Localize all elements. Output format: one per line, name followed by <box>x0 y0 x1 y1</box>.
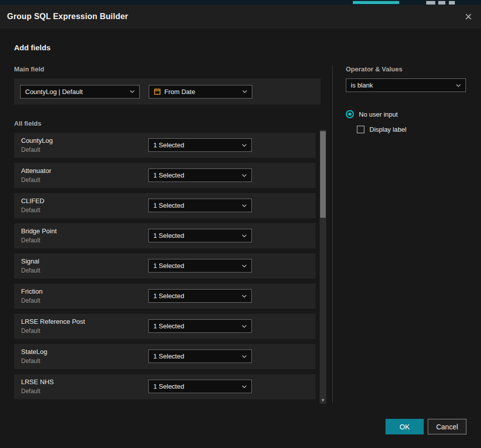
field-selected-value: 1 Selected <box>153 202 184 209</box>
field-selected-value: 1 Selected <box>153 292 184 300</box>
chevron-down-icon <box>242 204 247 207</box>
chevron-down-icon <box>242 295 247 298</box>
field-selected-value: 1 Selected <box>153 322 184 330</box>
background-app-strip <box>0 0 481 5</box>
cancel-button[interactable]: Cancel <box>428 419 466 434</box>
field-name: CLIFED <box>21 197 44 205</box>
field-selected-dropdown[interactable]: 1 Selected <box>148 319 252 333</box>
chevron-down-icon <box>130 90 135 93</box>
field-selected-value: 1 Selected <box>153 262 184 270</box>
chevron-down-icon <box>242 234 247 237</box>
chevron-down-icon <box>242 385 247 388</box>
field-row-bridge-point[interactable]: Bridge Point Default 1 Selected <box>14 223 316 248</box>
all-fields-list: CountyLog Default 1 Selected Attenuator … <box>14 133 316 404</box>
field-source: Default <box>21 176 40 184</box>
field-selected-value: 1 Selected <box>153 352 184 360</box>
field-selected-dropdown[interactable]: 1 Selected <box>148 380 252 393</box>
background-link-fragment <box>353 1 399 4</box>
main-date-field-select[interactable]: From Date <box>149 85 252 99</box>
chevron-down-icon <box>242 90 247 93</box>
field-row-attenuator[interactable]: Attenuator Default 1 Selected <box>14 163 316 188</box>
field-row-signal[interactable]: Signal Default 1 Selected <box>14 253 316 279</box>
chevron-down-icon <box>456 84 461 87</box>
all-fields-label: All fields <box>14 120 41 127</box>
field-selected-value: 1 Selected <box>153 383 184 390</box>
field-name: Attenuator <box>21 167 51 174</box>
field-source: Default <box>21 237 40 244</box>
main-date-field-value: From Date <box>164 88 195 96</box>
add-fields-heading: Add fields <box>14 43 51 52</box>
chevron-down-icon <box>242 264 247 267</box>
operator-values-heading: Operator & Values <box>346 65 403 73</box>
field-source: Default <box>21 388 40 395</box>
field-source: Default <box>21 146 40 153</box>
main-field-label: Main field <box>14 65 44 73</box>
field-selected-dropdown[interactable]: 1 Selected <box>148 199 252 212</box>
field-selected-value: 1 Selected <box>153 232 184 239</box>
chevron-down-icon <box>242 355 247 358</box>
field-selected-dropdown[interactable]: 1 Selected <box>148 229 252 242</box>
field-name: Signal <box>21 257 39 265</box>
main-layer-select[interactable]: CountyLog | Default <box>20 85 140 99</box>
field-selected-value: 1 Selected <box>153 171 184 179</box>
chevron-down-icon <box>242 174 247 177</box>
field-name: Friction <box>21 288 43 295</box>
chevron-down-icon <box>242 325 247 328</box>
no-user-input-radio[interactable]: No user input <box>346 110 398 118</box>
field-name: LRSE Reference Post <box>21 318 85 325</box>
fields-scrollbar[interactable]: ▼ <box>320 130 326 404</box>
field-selected-dropdown[interactable]: 1 Selected <box>148 168 252 182</box>
display-label-label: Display label <box>369 126 407 133</box>
close-icon[interactable]: ✕ <box>462 10 475 23</box>
main-layer-select-value: CountyLog | Default <box>25 88 83 96</box>
background-icon-fragment <box>449 1 455 5</box>
field-source: Default <box>21 207 40 214</box>
scrollbar-thumb[interactable] <box>320 131 326 218</box>
field-row-clifed[interactable]: CLIFED Default 1 Selected <box>14 193 316 218</box>
group-sql-expression-builder-dialog: Group SQL Expression Builder ✕ Add field… <box>0 5 481 448</box>
no-user-input-label: No user input <box>359 111 398 118</box>
field-name: CountyLog <box>21 137 53 144</box>
dialog-title-bar: Group SQL Expression Builder ✕ <box>0 5 481 28</box>
field-source: Default <box>21 327 40 334</box>
operator-select[interactable]: is blank <box>346 78 466 92</box>
background-icon-fragment <box>426 1 435 5</box>
field-selected-dropdown[interactable]: 1 Selected <box>148 349 252 363</box>
field-row-lrse-nhs[interactable]: LRSE NHS Default 1 Selected <box>14 374 316 399</box>
field-row-statelog[interactable]: StateLog Default 1 Selected <box>14 344 316 369</box>
field-selected-dropdown[interactable]: 1 Selected <box>148 259 252 273</box>
field-source: Default <box>21 267 40 274</box>
field-selected-dropdown[interactable]: 1 Selected <box>148 289 252 303</box>
field-selected-value: 1 Selected <box>153 141 184 149</box>
calendar-icon <box>154 88 161 95</box>
field-row-countylog[interactable]: CountyLog Default 1 Selected <box>14 133 316 158</box>
field-row-lrse-reference-post[interactable]: LRSE Reference Post Default 1 Selected <box>14 314 316 339</box>
checkbox-unchecked-icon <box>357 126 364 133</box>
radio-selected-icon <box>346 110 354 118</box>
field-selected-dropdown[interactable]: 1 Selected <box>148 138 252 152</box>
field-source: Default <box>21 297 40 304</box>
ok-button[interactable]: OK <box>386 419 424 434</box>
field-name: Bridge Point <box>21 227 57 235</box>
panel-divider <box>332 65 333 403</box>
background-icon-fragment <box>438 1 445 5</box>
field-name: LRSE NHS <box>21 378 54 386</box>
chevron-down-icon <box>242 144 247 147</box>
field-name: StateLog <box>21 348 47 355</box>
dialog-title: Group SQL Expression Builder <box>7 12 128 21</box>
field-source: Default <box>21 357 40 365</box>
screen: Group SQL Expression Builder ✕ Add field… <box>0 0 481 448</box>
scrollbar-down-arrow-icon[interactable]: ▼ <box>320 398 326 403</box>
main-field-row: CountyLog | Default From Date <box>14 78 321 105</box>
field-row-friction[interactable]: Friction Default 1 Selected <box>14 284 316 309</box>
display-label-checkbox[interactable]: Display label <box>357 126 407 133</box>
operator-select-value: is blank <box>351 81 373 89</box>
